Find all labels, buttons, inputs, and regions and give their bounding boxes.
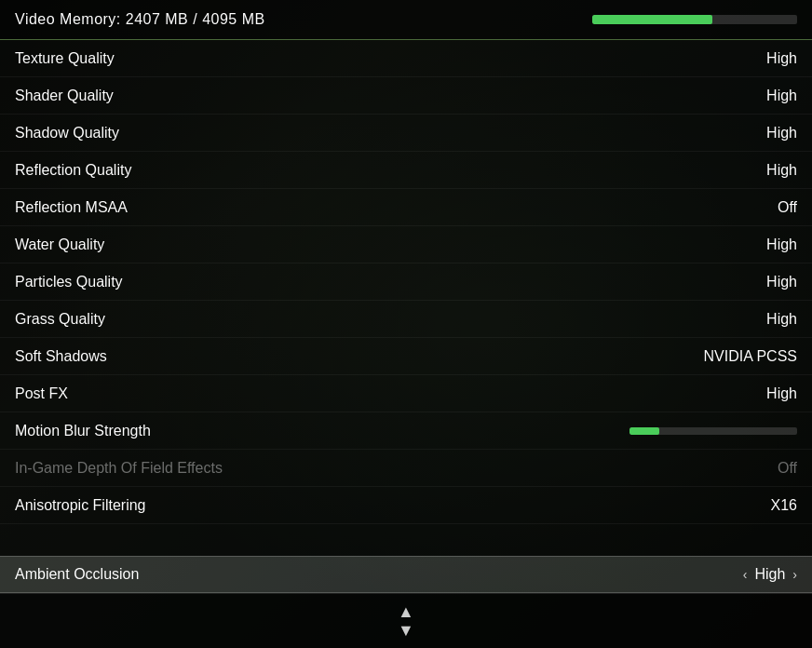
video-memory-label: Video Memory: 2407 MB / 4095 MB bbox=[15, 11, 265, 28]
setting-row-post-fx[interactable]: Post FX High bbox=[0, 375, 812, 412]
anisotropic-filtering-label: Anisotropic Filtering bbox=[15, 497, 146, 514]
grass-quality-value: High bbox=[766, 311, 797, 328]
water-quality-value: High bbox=[766, 236, 797, 253]
shader-quality-value: High bbox=[766, 88, 797, 104]
memory-bar-container bbox=[592, 15, 797, 24]
ambient-occlusion-label: Ambient Occlusion bbox=[15, 566, 139, 583]
particles-quality-value: High bbox=[766, 274, 797, 290]
reflection-quality-label: Reflection Quality bbox=[15, 162, 131, 179]
main-container: Video Memory: 2407 MB / 4095 MB Texture … bbox=[0, 0, 812, 648]
setting-row-texture-quality[interactable]: Texture Quality High bbox=[0, 40, 812, 77]
ambient-occlusion-value: ‹ High › bbox=[743, 566, 797, 583]
water-quality-label: Water Quality bbox=[15, 236, 104, 253]
setting-row-dof-effects[interactable]: In-Game Depth Of Field Effects Off bbox=[0, 450, 812, 487]
nav-up-arrow: ▲ bbox=[398, 603, 414, 620]
header-bar: Video Memory: 2407 MB / 4095 MB bbox=[0, 0, 812, 40]
memory-bar-fill bbox=[592, 15, 712, 24]
setting-row-particles-quality[interactable]: Particles Quality High bbox=[0, 263, 812, 301]
footer-bar: ▲ ▼ bbox=[0, 593, 812, 648]
post-fx-label: Post FX bbox=[15, 385, 68, 402]
dof-effects-value: Off bbox=[778, 460, 797, 477]
setting-row-ambient-occlusion[interactable]: Ambient Occlusion ‹ High › bbox=[0, 556, 812, 593]
soft-shadows-value: NVIDIA PCSS bbox=[704, 348, 797, 365]
setting-row-reflection-quality[interactable]: Reflection Quality High bbox=[0, 152, 812, 189]
post-fx-value: High bbox=[766, 385, 797, 402]
arrow-right-icon: › bbox=[792, 567, 797, 582]
motion-blur-bar bbox=[629, 427, 797, 435]
texture-quality-value: High bbox=[766, 50, 797, 67]
reflection-msaa-label: Reflection MSAA bbox=[15, 199, 128, 216]
setting-row-motion-blur[interactable]: Motion Blur Strength bbox=[0, 412, 812, 450]
setting-row-water-quality[interactable]: Water Quality High bbox=[0, 226, 812, 263]
dof-effects-label: In-Game Depth Of Field Effects bbox=[15, 460, 223, 477]
setting-row-shadow-quality[interactable]: Shadow Quality High bbox=[0, 115, 812, 152]
shadow-quality-value: High bbox=[766, 125, 797, 142]
shader-quality-label: Shader Quality bbox=[15, 88, 114, 104]
reflection-msaa-value: Off bbox=[778, 199, 797, 216]
memory-bar bbox=[592, 15, 797, 24]
setting-row-anisotropic-filtering[interactable]: Anisotropic Filtering X16 bbox=[0, 487, 812, 524]
motion-blur-label: Motion Blur Strength bbox=[15, 423, 151, 439]
nav-down-arrow: ▼ bbox=[398, 622, 414, 639]
shadow-quality-label: Shadow Quality bbox=[15, 125, 119, 142]
setting-row-grass-quality[interactable]: Grass Quality High bbox=[0, 301, 812, 338]
reflection-quality-value: High bbox=[766, 162, 797, 179]
texture-quality-label: Texture Quality bbox=[15, 50, 115, 67]
setting-row-reflection-msaa[interactable]: Reflection MSAA Off bbox=[0, 189, 812, 226]
motion-blur-bar-container bbox=[629, 427, 797, 435]
settings-list: Texture Quality High Shader Quality High… bbox=[0, 40, 812, 556]
nav-arrows[interactable]: ▲ ▼ bbox=[398, 603, 414, 639]
grass-quality-label: Grass Quality bbox=[15, 311, 105, 328]
setting-row-soft-shadows[interactable]: Soft Shadows NVIDIA PCSS bbox=[0, 338, 812, 375]
anisotropic-filtering-value: X16 bbox=[771, 497, 797, 514]
arrow-left-icon: ‹ bbox=[743, 567, 748, 582]
setting-row-shader-quality[interactable]: Shader Quality High bbox=[0, 77, 812, 115]
soft-shadows-label: Soft Shadows bbox=[15, 348, 107, 365]
motion-blur-bar-fill bbox=[629, 427, 659, 435]
particles-quality-label: Particles Quality bbox=[15, 274, 123, 290]
